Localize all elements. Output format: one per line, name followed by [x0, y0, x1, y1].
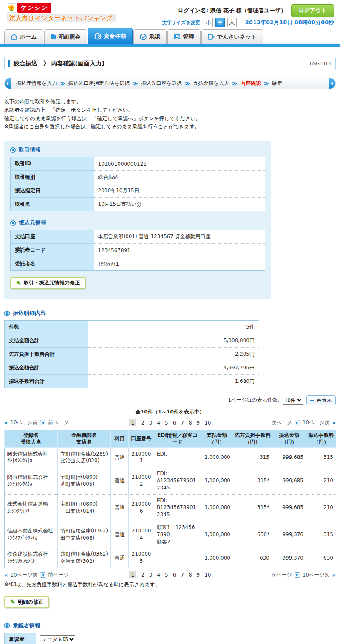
- transfer-icon: [94, 33, 102, 40]
- section-bullet-icon: [4, 623, 10, 628]
- step-5-current: 内容確認: [240, 80, 261, 87]
- page-number[interactable]: 5: [165, 420, 168, 426]
- summary-title: 振込明細内容: [13, 309, 46, 317]
- table-row: 振込指定日2010年10月15日: [11, 184, 265, 198]
- main-nav: ホーム 明細照会 資金移動 承認: [4, 28, 263, 44]
- last-pages-icon[interactable]: »: [332, 419, 336, 426]
- transaction-info-title: 取引情報: [19, 146, 41, 154]
- approver-title: 承認者情報: [13, 622, 40, 630]
- page-number[interactable]: 9: [197, 572, 200, 578]
- page-number[interactable]: 7: [181, 572, 184, 578]
- section-bullet-icon: [10, 147, 16, 153]
- font-size-label: 文字サイズを変更: [162, 20, 200, 26]
- page-number[interactable]: 4: [157, 572, 160, 578]
- table-row: 取引ID101001000000121: [11, 157, 265, 171]
- page-number-current: 1: [129, 571, 136, 578]
- table-row: 支払口座本店営業部(001) 普通 1234567 資金移動用口座: [11, 230, 265, 244]
- title-accent-bar: [8, 60, 10, 67]
- document-icon: [51, 34, 56, 40]
- per-page-select[interactable]: 10件: [283, 396, 303, 405]
- logout-button[interactable]: ログアウト: [291, 4, 334, 17]
- list-total-label: 全10件（1～10件を表示中）: [4, 408, 336, 416]
- tab-funds-transfer[interactable]: 資金移動: [88, 28, 133, 44]
- prev-page-link[interactable]: 前ページ: [48, 419, 69, 426]
- font-size-medium-button[interactable]: 中: [215, 18, 225, 27]
- page-number[interactable]: 2: [141, 420, 144, 426]
- page-number[interactable]: 7: [181, 420, 184, 426]
- logo: ケンシン: [7, 3, 51, 13]
- table-row: 取引種別総合振込: [11, 171, 265, 184]
- next-page-icon[interactable]: [295, 420, 300, 425]
- prev-page-link[interactable]: 前ページ: [48, 571, 69, 579]
- login-name: ログイン名: 県信 花子 様（管理者ユーザ）: [178, 7, 286, 14]
- home-icon: [11, 34, 17, 40]
- font-size-large-button[interactable]: 大: [227, 18, 237, 27]
- page-number[interactable]: 9: [197, 420, 200, 426]
- page-number[interactable]: 8: [189, 420, 192, 426]
- jump-forward-10-link[interactable]: 10ページ次: [303, 571, 330, 579]
- steps-right-cap-icon: [329, 78, 335, 89]
- page-number[interactable]: 3: [149, 420, 153, 426]
- next-page-icon[interactable]: [295, 572, 300, 578]
- tab-approval[interactable]: 承認: [133, 29, 167, 44]
- prev-page-icon[interactable]: [40, 420, 45, 425]
- screen-code: BSGF014: [310, 61, 331, 66]
- table-row: 取引名10月15日支払い分: [11, 198, 265, 211]
- next-page-link[interactable]: 次ページ: [271, 571, 292, 579]
- section-bullet-icon: [10, 220, 16, 226]
- jump-back-10-link[interactable]: 10ページ前: [10, 419, 37, 426]
- step-6: 確定: [272, 80, 282, 87]
- step-separator-icon: ≫: [232, 81, 238, 87]
- flower-logo-icon: [7, 3, 16, 13]
- table-row: 件数5件: [5, 321, 259, 334]
- page-number[interactable]: 4: [157, 420, 160, 426]
- approver-table: 承認者 データ太郎 コメント （全角120文字以内[半角可]）: [4, 633, 259, 644]
- table-row: 承認者 データ太郎: [5, 633, 259, 644]
- jump-forward-10-link[interactable]: 10ページ次: [303, 419, 330, 426]
- step-3: 振込先口座を選択: [141, 80, 182, 87]
- steps-left-cap-icon: [5, 78, 11, 89]
- page-number[interactable]: 10: [204, 572, 211, 578]
- page-number[interactable]: 8: [189, 572, 192, 578]
- edit-detail-button[interactable]: ✎ 明細の修正: [4, 596, 49, 608]
- summary-table: 件数5件 支払金額合計5,000,000円 先方負担手数料合計2,205円 振込…: [4, 320, 259, 388]
- redisplay-button[interactable]: 再表示: [306, 395, 336, 405]
- densai-arrow-icon: [208, 34, 215, 40]
- pencil-icon: ✎: [16, 280, 21, 286]
- per-page-label: 1ページ毎の表示件数:: [228, 397, 279, 404]
- approver-select[interactable]: データ太郎: [40, 635, 75, 644]
- page-number[interactable]: 10: [204, 420, 211, 426]
- instructions: 以下の内容で取引を確定します。 承認者を確認の上、「確定」ボタンを押してください…: [4, 98, 336, 131]
- logo-text: ケンシン: [17, 3, 51, 13]
- first-pages-icon[interactable]: «: [4, 572, 8, 578]
- font-size-small-button[interactable]: 小: [204, 18, 213, 27]
- tab-management[interactable]: 管理: [167, 29, 201, 44]
- table-row: 振込金額合計4,997,795円: [5, 361, 259, 375]
- step-separator-icon: ≫: [133, 81, 138, 87]
- tab-densai-net[interactable]: でんさいネット: [201, 29, 263, 44]
- last-pages-icon[interactable]: »: [332, 572, 336, 578]
- table-row: 支払金額合計5,000,000円: [5, 334, 259, 348]
- tab-home[interactable]: ホーム: [4, 29, 43, 44]
- table-row: 関西信組株式会社ｶﾝｻｲｼﾝｸﾐ(ｶ 宝町銀行(0800)基町支店(005) 普…: [5, 467, 336, 494]
- page-number[interactable]: 2: [141, 572, 144, 578]
- current-datetime: 2013年02月18日 08時00分00秒: [245, 19, 334, 26]
- table-row: 委託者コード1234567891: [11, 244, 265, 257]
- page-number[interactable]: 5: [165, 572, 168, 578]
- first-pages-icon[interactable]: «: [4, 419, 8, 426]
- page-number[interactable]: 6: [173, 420, 176, 426]
- transaction-source-panel: 取引情報 取引ID101001000000121 取引種別総合振込 振込指定日2…: [4, 141, 271, 299]
- page-title: 総合振込 》 内容確認[画面入力]: [14, 60, 105, 67]
- page-number-current: 1: [129, 419, 136, 426]
- next-page-link[interactable]: 次ページ: [271, 419, 292, 426]
- page-number[interactable]: 6: [173, 572, 176, 578]
- step-1: 振込元情報を入力: [16, 80, 57, 87]
- pagination-top: « 10ページ前 前ページ 1 2 3 4 5 6 7 8 9 10 次ページ …: [4, 419, 336, 426]
- edit-transaction-source-button[interactable]: ✎ 取引・振込元情報の修正: [10, 277, 86, 289]
- prev-page-icon[interactable]: [40, 572, 45, 578]
- page-number[interactable]: 3: [149, 572, 153, 578]
- tab-statement-inquiry[interactable]: 明細照会: [44, 29, 87, 44]
- jump-back-10-link[interactable]: 10ページ前: [10, 571, 37, 579]
- check-circle-icon: [140, 34, 147, 40]
- list-lines-icon: [310, 399, 314, 402]
